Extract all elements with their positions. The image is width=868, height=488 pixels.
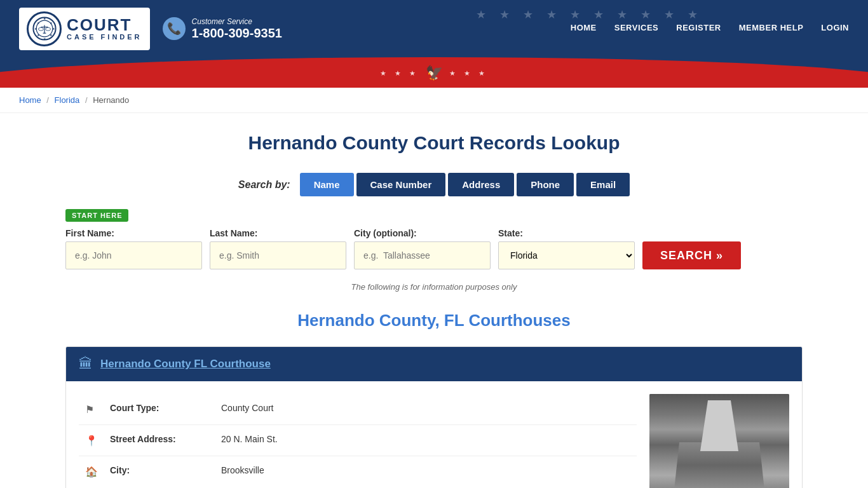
red-strip	[0, 83, 868, 88]
court-type-icon: ⚑	[85, 403, 100, 416]
stars-left: ★ ★ ★	[380, 69, 419, 78]
tab-case-number[interactable]: Case Number	[356, 173, 446, 196]
logo-finder-label: CASE FINDER	[67, 33, 142, 41]
header: ★ ★ ★ ★ ★ ★ ★ ★ COURT CAS	[0, 0, 868, 57]
last-name-label: Last Name:	[210, 228, 346, 238]
first-name-group: First Name:	[65, 228, 202, 269]
logo-emblem: ★ ★ ★ ★ ★ ★ ★ ★	[27, 11, 62, 46]
info-note: The following is for information purpose…	[65, 282, 803, 292]
state-label: State:	[498, 228, 635, 238]
city-label: City (optional):	[354, 228, 491, 238]
courthouse-image	[649, 394, 789, 488]
customer-service-phone: 1-800-309-9351	[192, 26, 282, 41]
city-icon: 🏠	[85, 466, 100, 478]
court-type-row: ⚑ Court Type: County Court	[79, 394, 637, 425]
nav-register[interactable]: REGISTER	[676, 23, 721, 35]
breadcrumb-florida[interactable]: Florida	[55, 95, 80, 105]
tab-phone[interactable]: Phone	[517, 173, 574, 196]
customer-service-label: Customer Service	[192, 17, 282, 26]
logo-court-label: COURT	[67, 17, 142, 33]
breadcrumb-sep-1: /	[46, 95, 49, 105]
nav-home[interactable]: HOME	[571, 23, 597, 35]
courthouse-body: ⚑ Court Type: County Court 📍 Street Addr…	[66, 381, 802, 488]
search-by-row: Search by: Name Case Number Address Phon…	[65, 173, 803, 196]
header-left: ★ ★ ★ ★ ★ ★ ★ ★ COURT CAS	[19, 8, 282, 50]
street-address-value: 20 N. Main St.	[221, 434, 278, 444]
city-input[interactable]	[354, 241, 491, 269]
svg-point-12	[38, 27, 43, 30]
street-address-label: Street Address:	[110, 434, 212, 444]
courthouse-info: ⚑ Court Type: County Court 📍 Street Addr…	[79, 394, 637, 488]
court-type-label: Court Type:	[110, 403, 212, 413]
main-content: Hernando County Court Records Lookup Sea…	[53, 113, 815, 488]
svg-text:★: ★	[50, 22, 53, 25]
first-name-input[interactable]	[65, 241, 202, 269]
courthouse-header: 🏛 Hernando County FL Courthouse	[66, 347, 802, 381]
court-type-value: County Court	[221, 403, 273, 413]
breadcrumb-current: Hernando	[93, 95, 129, 105]
courthouse-name[interactable]: Hernando County FL Courthouse	[100, 358, 271, 370]
svg-text:★: ★	[51, 27, 55, 30]
start-here-label: START HERE	[65, 209, 128, 222]
last-name-group: Last Name:	[210, 228, 346, 269]
search-form: First Name: Last Name: City (optional): …	[65, 228, 803, 269]
phone-icon: 📞	[163, 17, 186, 40]
customer-service-text: Customer Service 1-800-309-9351	[192, 17, 282, 41]
eagle-decoration: ★ ★ ★ 🦅 ★ ★ ★	[380, 65, 487, 81]
nav-services[interactable]: SERVICES	[614, 23, 659, 35]
tab-email[interactable]: Email	[576, 173, 630, 196]
logo-text: COURT CASE FINDER	[67, 17, 142, 41]
breadcrumb-sep-2: /	[85, 95, 88, 105]
main-nav: HOME SERVICES REGISTER MEMBER HELP LOGIN	[571, 23, 849, 35]
city-info-value: Brooksville	[221, 465, 264, 475]
start-here-badge: START HERE	[65, 209, 803, 228]
tab-name[interactable]: Name	[300, 173, 354, 196]
breadcrumb: Home / Florida / Hernando	[0, 88, 868, 113]
city-row: 🏠 City: Brooksville	[79, 456, 637, 487]
stars-right: ★ ★ ★	[449, 69, 488, 78]
courthouse-icon: 🏛	[79, 356, 93, 372]
courthouse-card: 🏛 Hernando County FL Courthouse ⚑ Court …	[65, 346, 803, 488]
search-by-label: Search by:	[238, 179, 290, 191]
first-name-label: First Name:	[65, 228, 202, 238]
breadcrumb-home[interactable]: Home	[19, 95, 41, 105]
street-address-row: 📍 Street Address: 20 N. Main St.	[79, 425, 637, 456]
courthouses-section-title: Hernando County, FL Courthouses	[65, 311, 803, 330]
address-icon: 📍	[85, 435, 100, 447]
eagle-icon: 🦅	[426, 65, 443, 81]
search-tabs: Name Case Number Address Phone Email	[300, 173, 630, 196]
svg-point-13	[45, 27, 50, 30]
state-group: State: AlabamaAlaskaArizonaArkansasCalif…	[498, 228, 635, 269]
last-name-input[interactable]	[210, 241, 346, 269]
nav-member-help[interactable]: MEMBER HELP	[739, 23, 804, 35]
city-group: City (optional):	[354, 228, 491, 269]
customer-service: 📞 Customer Service 1-800-309-9351	[163, 17, 282, 41]
courthouse-image-placeholder	[649, 394, 789, 488]
page-title: Hernando County Court Records Lookup	[65, 132, 803, 154]
logo: ★ ★ ★ ★ ★ ★ ★ ★ COURT CAS	[19, 8, 150, 50]
tab-address[interactable]: Address	[448, 173, 514, 196]
nav-login[interactable]: LOGIN	[821, 23, 849, 35]
state-select[interactable]: AlabamaAlaskaArizonaArkansasCaliforniaCo…	[498, 241, 635, 269]
svg-text:★: ★	[34, 27, 37, 30]
wave-banner: ★ ★ ★ 🦅 ★ ★ ★	[0, 57, 868, 83]
city-info-label: City:	[110, 465, 212, 475]
search-button[interactable]: SEARCH »	[642, 241, 741, 269]
